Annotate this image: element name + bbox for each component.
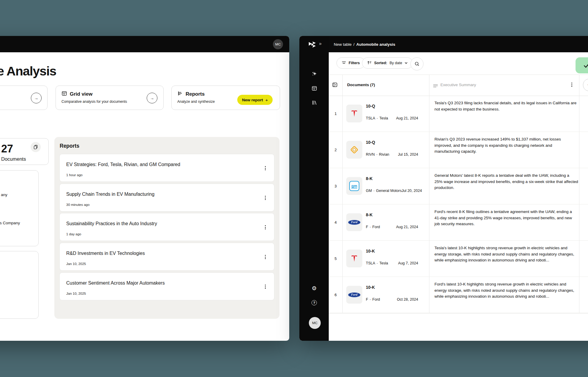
plus-icon: + (265, 97, 268, 102)
breadcrumb-parent[interactable]: New table (334, 42, 352, 47)
company-card-partial[interactable] (0, 251, 39, 319)
avatar[interactable]: MC (309, 317, 321, 329)
reports-card[interactable]: Reports Analyze and synthesize New repor… (171, 86, 280, 110)
sparkles-icon[interactable] (311, 71, 317, 77)
card-partial[interactable]: → (0, 86, 48, 110)
filing-date: Jul 15, 2024 (398, 152, 418, 157)
filing-date: Aug 21, 2024 (396, 225, 418, 229)
settings-gear-icon[interactable]: ⚙ (311, 285, 317, 291)
filing-type: 8-K (366, 176, 373, 181)
kebab-menu-icon[interactable] (264, 165, 267, 171)
filing-type: 10-Q (366, 104, 375, 108)
reports-panel: Reports EV Strategies: Ford, Tesla, Rivi… (54, 137, 279, 319)
tesla-logo-icon (351, 255, 358, 262)
documents-stat-card[interactable]: 27 Documents (0, 138, 49, 165)
filing-type: 10-Q (366, 140, 375, 145)
analysis-window: MC e Analysis → Grid view Comparative an… (0, 36, 289, 341)
sort-button[interactable]: Sorted: By date (362, 57, 413, 69)
report-time: 1 hour ago (66, 173, 83, 177)
report-item[interactable]: Customer Sentiment Across Major Automake… (59, 272, 274, 300)
company-name: Ford (372, 225, 380, 229)
filing-date: Aug 7, 2024 (398, 261, 418, 265)
card-title: Reports (186, 91, 205, 97)
executive-summary: Rivian's Q3 2023 revenue increased 149% … (434, 136, 578, 155)
table-bottom-border (329, 313, 588, 313)
table-row[interactable]: 2 10-Q RIVN - Rivian Jul 15, 2024 Rivian… (329, 132, 588, 168)
copy-documents-button[interactable] (31, 142, 41, 152)
table-icon[interactable] (311, 85, 317, 91)
help-icon[interactable]: ? (311, 300, 317, 306)
table-row[interactable]: 1 10-Q TSLA - Tesla Aug 21, 2024 Tesla's… (329, 96, 588, 132)
kebab-menu-icon[interactable] (264, 195, 267, 201)
ticker: TSLA (366, 261, 375, 265)
table-row[interactable]: 3 gm 8-K GM - General Motors Jul 20, 202… (329, 168, 588, 204)
avatar[interactable]: MC (273, 39, 283, 49)
check-icon (583, 62, 588, 69)
table-top-border (329, 75, 588, 75)
report-item[interactable]: R&D Investments in EV Technologies Jan 1… (59, 243, 274, 271)
sorted-value: By date (390, 61, 402, 65)
library-icon[interactable] (311, 100, 317, 105)
filing-date: Oct 28, 2024 (397, 297, 418, 302)
new-report-button[interactable]: New report + (237, 95, 273, 105)
ticker: TSLA (366, 116, 375, 120)
arrow-button[interactable]: → (147, 93, 157, 103)
company-name: Tesla (379, 116, 388, 120)
report-title: Supply Chain Trends in EV Manufacturing (66, 192, 154, 197)
sort-icon (367, 60, 372, 66)
ticker: F (366, 225, 368, 229)
filters-label: Filters (349, 61, 360, 65)
breadcrumb-separator: / (353, 42, 355, 47)
filing-type: 10-K (366, 285, 375, 290)
row-number: 6 (329, 293, 342, 297)
report-time: Jan 10, 2025 (66, 292, 86, 295)
report-title: Customer Sentiment Across Major Automake… (66, 280, 165, 286)
row-number: 3 (329, 184, 342, 188)
column-menu-icon[interactable] (570, 81, 573, 88)
search-icon (414, 61, 420, 67)
summary-column-header[interactable]: Executive Summary (440, 83, 476, 87)
kebab-menu-icon[interactable] (264, 283, 267, 290)
report-title: R&D Investments in EV Technologies (66, 251, 145, 256)
expand-sidebar-icon[interactable]: » (319, 41, 322, 46)
text-column-icon (433, 83, 438, 89)
row-number: 2 (329, 148, 342, 152)
arrow-button[interactable]: → (31, 93, 42, 103)
ticker: RIVN (366, 152, 375, 157)
arrow-right-icon: → (150, 96, 154, 100)
bar-chart-icon (177, 91, 183, 97)
company-logo-tile: Ford (346, 286, 362, 304)
new-report-label: New report (242, 98, 263, 102)
company-logo-tile (346, 105, 362, 122)
documents-column-header[interactable]: Documents (7) (347, 83, 375, 87)
grid-view-card[interactable]: Grid view Comparative analysis for your … (56, 86, 164, 110)
company-name: Rivian (379, 152, 389, 157)
filters-button[interactable]: Filters (336, 57, 365, 69)
filing-type: 10-K (366, 249, 375, 253)
report-item[interactable]: EV Strategies: Ford, Tesla, Rivian, and … (59, 154, 274, 182)
report-item[interactable]: Supply Chain Trends in EV Manufacturing … (59, 184, 274, 212)
report-item[interactable]: Sustainability Practices in the Auto Ind… (59, 213, 274, 241)
company-logo-tile (346, 250, 362, 267)
table-row[interactable]: 5 10-K TSLA - Tesla Aug 7, 2024 Tesla's … (329, 241, 588, 277)
company-name: Ford (372, 297, 380, 302)
table-row[interactable]: 6 Ford 10-K F - Ford Oct 28, 2024 Ford's… (329, 277, 588, 313)
company-card-partial[interactable]: any s Company (0, 170, 39, 246)
gm-logo-icon: gm (349, 181, 359, 191)
kebab-menu-icon[interactable] (264, 254, 267, 260)
add-column-button[interactable]: + (583, 79, 588, 91)
filing-date: Aug 21, 2024 (396, 116, 418, 120)
report-time: 30 minutes ago (66, 203, 90, 206)
search-button[interactable] (410, 57, 423, 70)
kebab-menu-icon[interactable] (264, 224, 267, 231)
table-row[interactable]: 4 Ford 8-K F - Ford Aug 21, 2024 Ford's … (329, 204, 588, 241)
breadcrumb[interactable]: New table / Automobile analysis (334, 42, 395, 47)
reports-panel-heading: Reports (60, 143, 79, 149)
app-logo[interactable] (308, 40, 317, 50)
rivian-logo-icon (350, 146, 358, 154)
collapse-column-icon[interactable] (332, 82, 338, 89)
ford-logo-icon: Ford (348, 220, 361, 225)
confirm-button[interactable] (576, 57, 588, 73)
filing-type: 8-K (366, 212, 373, 217)
row-number: 5 (329, 256, 342, 261)
